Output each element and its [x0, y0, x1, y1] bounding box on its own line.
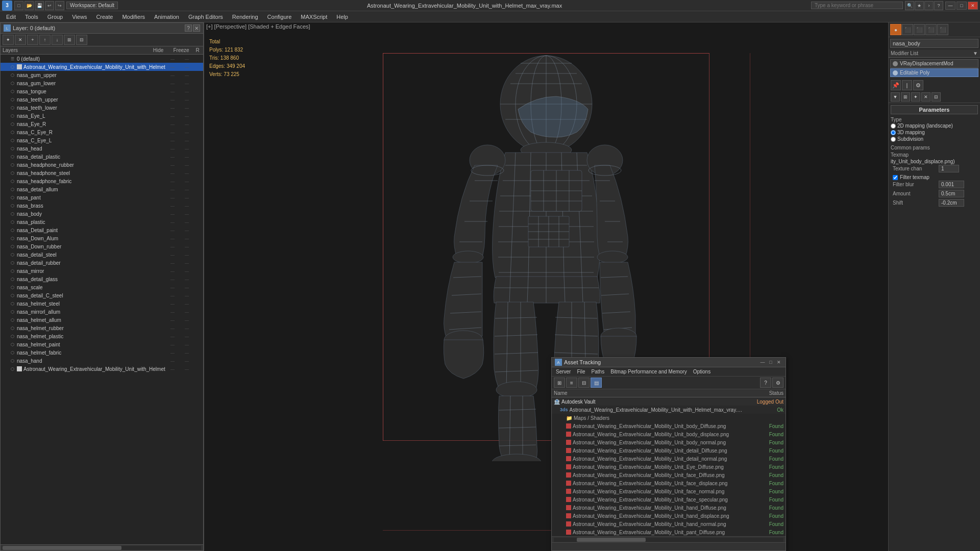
at-menu-options[interactable]: Options — [691, 368, 713, 375]
mod-sub-2[interactable]: ⊞ — [901, 92, 910, 102]
at-btn-1[interactable]: ⊞ — [554, 378, 565, 388]
redo-button[interactable]: ↪ — [55, 1, 64, 10]
minimize-button[interactable]: — — [945, 2, 955, 10]
undo-button[interactable]: ↩ — [45, 1, 54, 10]
layer-row[interactable]: ⬡nasa_pant—— — [1, 193, 203, 202]
layer-row[interactable]: ⬡nasa_helmet_steel—— — [1, 299, 203, 308]
layer-row[interactable]: ☰0 (default)—— — [1, 55, 203, 63]
search-icon[interactable]: 🔍 — [905, 1, 914, 10]
at-settings-button[interactable]: ⚙ — [772, 378, 783, 388]
at-row[interactable]: Astronaut_Wearing_Extravehicular_Mobilit… — [552, 438, 786, 446]
layer-expand-button[interactable]: ⊞ — [64, 35, 75, 45]
at-row[interactable]: Astronaut_Wearing_Extravehicular_Mobilit… — [552, 463, 786, 471]
menu-help[interactable]: Help — [332, 13, 352, 21]
at-help-button[interactable]: ? — [760, 378, 771, 388]
layer-row[interactable]: ⬡nasa_gum_lower—— — [1, 79, 203, 87]
at-row[interactable]: Astronaut_Wearing_Extravehicular_Mobilit… — [552, 495, 786, 504]
type-2d-radio[interactable] — [891, 123, 896, 129]
mod-sub-4[interactable]: ✕ — [921, 92, 930, 102]
layer-row[interactable]: ⬡nasa_headphone_fabric—— — [1, 177, 203, 185]
search-input[interactable] — [811, 2, 903, 9]
at-row[interactable]: 3dsAstronaut_Wearing_Extravehicular_Mobi… — [552, 406, 786, 414]
mod-sub-5[interactable]: ⊟ — [932, 92, 941, 102]
at-btn-4[interactable]: ▤ — [591, 378, 602, 388]
at-row[interactable]: Astronaut_Wearing_Extravehicular_Mobilit… — [552, 528, 786, 536]
layer-row[interactable]: ⬡nasa_mirror—— — [1, 267, 203, 275]
layer-row[interactable]: ⬡nasa_tongue—— — [1, 87, 203, 95]
mod-sub-1[interactable]: ▼ — [891, 92, 900, 102]
mod-sub-3[interactable]: ✦ — [911, 92, 920, 102]
at-row[interactable]: Astronaut_Wearing_Extravehicular_Mobilit… — [552, 487, 786, 495]
modifier-list-dropdown[interactable]: ▼ — [973, 51, 978, 56]
layer-row[interactable]: ⬡nasa_helmet_paint—— — [1, 340, 203, 348]
layer-row[interactable]: ⬡nasa_hand—— — [1, 357, 203, 365]
layer-row[interactable]: ⬡nasa_C_Eye_R—— — [1, 128, 203, 136]
modifier-editable-poly[interactable]: Editable Poly — [890, 68, 978, 77]
at-row[interactable]: 📁Maps / Shaders — [552, 414, 786, 422]
layer-row[interactable]: ⬡nasa_helmet_plastic—— — [1, 332, 203, 340]
layer-row[interactable]: ⬡nasa_C_Eye_L—— — [1, 136, 203, 144]
menu-maxscript[interactable]: MAXScript — [297, 13, 331, 21]
modifier-vray-displacement[interactable]: VRayDisplacementMod — [890, 59, 978, 68]
layer-row[interactable]: ⬡nasa_teeth_upper—— — [1, 95, 203, 104]
help-icon[interactable]: ? — [934, 1, 943, 10]
mod-icon-3[interactable]: ⬛ — [914, 24, 925, 35]
at-row[interactable]: Astronaut_Wearing_Extravehicular_Mobilit… — [552, 471, 786, 479]
at-maximize-button[interactable]: □ — [767, 359, 774, 366]
layer-row[interactable]: ⬡nasa_detail_rubber—— — [1, 259, 203, 267]
layer-row[interactable]: ⬡nasa_detail_steel—— — [1, 251, 203, 259]
menu-rendering[interactable]: Rendering — [228, 13, 262, 21]
at-horizontal-scrollbar[interactable] — [552, 536, 786, 542]
layer-row[interactable]: ⬡nasa_detail_C_steel—— — [1, 291, 203, 299]
at-row[interactable]: Astronaut_Wearing_Extravehicular_Mobilit… — [552, 430, 786, 438]
maximize-button[interactable]: □ — [957, 2, 967, 10]
at-menu-server[interactable]: Server — [554, 368, 573, 375]
menu-views[interactable]: Views — [68, 13, 91, 21]
layer-row[interactable]: ⬡nasa_detail_allum—— — [1, 185, 203, 193]
mod-up-button[interactable]: | — [902, 80, 912, 90]
close-button[interactable]: ✕ — [968, 2, 978, 10]
amount-input[interactable] — [939, 190, 964, 197]
layer-add-button[interactable]: + — [27, 35, 38, 45]
mod-config-button[interactable]: ⚙ — [913, 80, 923, 90]
layer-row[interactable]: ⬡nasa_scale—— — [1, 283, 203, 291]
type-2d-option[interactable]: 2D mapping (landscape) — [891, 123, 978, 129]
layer-row[interactable]: ⬡Astronaut_Wearing_Extravehicular_Mobili… — [1, 63, 203, 71]
at-row[interactable]: Astronaut_Wearing_Extravehicular_Mobilit… — [552, 446, 786, 455]
layer-row[interactable]: ⬡nasa_helmet_fabric—— — [1, 348, 203, 357]
shift-input[interactable] — [939, 199, 964, 207]
save-file-button[interactable]: 💾 — [35, 1, 44, 10]
type-3d-radio[interactable] — [891, 130, 896, 135]
layer-row[interactable]: ⬡nasa_teeth_lower—— — [1, 104, 203, 112]
layer-row[interactable]: ⬡nasa_Eye_R—— — [1, 120, 203, 128]
open-file-button[interactable]: 📂 — [24, 1, 34, 10]
texture-chan-input[interactable] — [939, 165, 959, 172]
menu-tools[interactable]: Tools — [21, 13, 42, 21]
layer-row[interactable]: ⬡nasa_head—— — [1, 144, 203, 153]
viewport[interactable]: [+] [Perspective] [Shaded + Edged Faces]… — [204, 22, 888, 551]
bookmark-icon[interactable]: ★ — [915, 1, 924, 10]
at-row[interactable]: Astronaut_Wearing_Extravehicular_Mobilit… — [552, 479, 786, 487]
at-btn-3[interactable]: ⊟ — [578, 378, 590, 388]
at-menu-bitmap[interactable]: Bitmap Performance and Memory — [608, 368, 689, 375]
at-row[interactable]: Astronaut_Wearing_Extravehicular_Mobilit… — [552, 520, 786, 528]
at-btn-2[interactable]: ≡ — [566, 378, 577, 388]
layer-row[interactable]: ⬡nasa_headphone_steel—— — [1, 169, 203, 177]
mod-pin-button[interactable]: 📌 — [891, 80, 901, 90]
menu-animation[interactable]: Animation — [150, 13, 183, 21]
menu-create[interactable]: Create — [92, 13, 117, 21]
at-row[interactable]: 🏦Autodesk VaultLogged Out — [552, 397, 786, 406]
menu-group[interactable]: Group — [43, 13, 67, 21]
filter-texmap-checkbox[interactable] — [893, 175, 898, 180]
at-row[interactable]: Astronaut_Wearing_Extravehicular_Mobilit… — [552, 504, 786, 512]
new-file-button[interactable]: □ — [14, 1, 23, 10]
layer-row[interactable]: ⬡nasa_body—— — [1, 210, 203, 218]
at-minimize-button[interactable]: — — [759, 359, 766, 366]
at-row[interactable]: Astronaut_Wearing_Extravehicular_Mobilit… — [552, 512, 786, 520]
type-subdiv-radio[interactable] — [891, 137, 896, 142]
layer-move-down-button[interactable]: ↓ — [52, 35, 63, 45]
type-3d-option[interactable]: 3D mapping — [891, 130, 978, 135]
layer-collapse-button[interactable]: ⊟ — [76, 35, 87, 45]
at-row[interactable]: Astronaut_Wearing_Extravehicular_Mobilit… — [552, 455, 786, 463]
layer-row[interactable]: ⬡nasa_Down_Alum—— — [1, 234, 203, 242]
